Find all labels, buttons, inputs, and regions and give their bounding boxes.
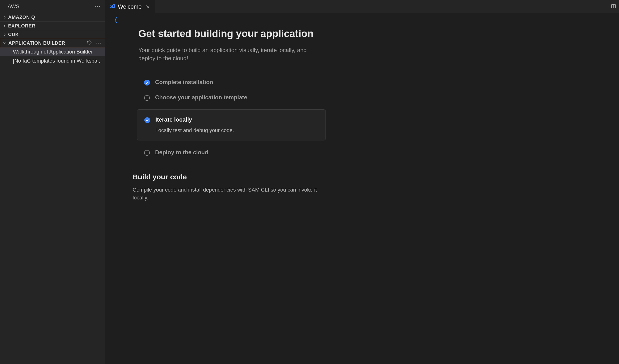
vscode-icon — [110, 3, 115, 10]
step-title: Choose your application template — [155, 94, 247, 101]
more-icon[interactable]: ··· — [96, 40, 102, 46]
check-icon — [144, 80, 150, 85]
sidebar-title: AWS — [8, 3, 19, 10]
page-subtitle: Your quick guide to build an application… — [138, 46, 319, 62]
sidebar-header: AWS ··· — [0, 0, 105, 13]
section-label: AMAZON Q — [8, 14, 105, 20]
subsection-text: Compile your code and install dependenci… — [133, 186, 319, 202]
chevron-right-icon — [3, 16, 6, 19]
sidebar-section-cdk[interactable]: CDK — [0, 30, 105, 39]
step-deploy-cloud[interactable]: Deploy to the cloud — [144, 149, 319, 156]
tab-bar: Welcome — [105, 0, 619, 13]
tree-item-label: Walkthrough of Application Builder — [13, 49, 93, 55]
tree-item-no-templates[interactable]: [No IaC templates found in Workspa... — [0, 56, 105, 66]
step-title: Complete installation — [155, 79, 213, 85]
back-button[interactable] — [112, 17, 612, 25]
sidebar-more-icon[interactable]: ··· — [95, 3, 101, 10]
tab-title: Welcome — [118, 3, 142, 10]
section-label: CDK — [8, 32, 105, 37]
chevron-down-icon — [3, 41, 6, 45]
step-title: Deploy to the cloud — [155, 149, 208, 156]
section-label: APPLICATION BUILDER — [8, 40, 85, 46]
refresh-icon[interactable] — [87, 40, 92, 46]
page-title: Get started building your application — [138, 28, 319, 40]
main-editor: Welcome Get started building your applic… — [105, 0, 619, 364]
tree-item-walkthrough[interactable]: Walkthrough of Application Builder — [0, 47, 105, 56]
tab-actions-right — [611, 4, 619, 10]
chevron-right-icon — [3, 33, 6, 36]
step-choose-template[interactable]: Choose your application template — [144, 94, 319, 101]
step-description: Locally test and debug your code. — [155, 127, 234, 134]
section-label: EXPLORER — [8, 23, 105, 29]
circle-icon — [144, 150, 150, 156]
sidebar-section-application-builder[interactable]: APPLICATION BUILDER ··· — [0, 39, 105, 47]
step-title: Iterate locally — [155, 116, 234, 123]
walkthrough-steps: Complete installation Choose your applic… — [138, 79, 319, 156]
tab-welcome[interactable]: Welcome — [105, 0, 155, 13]
tree-item-label: [No IaC templates found in Workspa... — [13, 58, 102, 64]
sidebar: AWS ··· AMAZON Q EXPLORER CDK APPLICATIO… — [0, 0, 105, 364]
sidebar-section-amazon-q[interactable]: AMAZON Q — [0, 13, 105, 22]
step-iterate-locally[interactable]: Iterate locally Locally test and debug y… — [137, 109, 326, 140]
check-icon — [144, 117, 150, 123]
chevron-right-icon — [3, 24, 6, 28]
circle-icon — [144, 95, 150, 101]
split-editor-icon[interactable] — [611, 4, 616, 10]
sidebar-section-explorer[interactable]: EXPLORER — [0, 22, 105, 30]
step-complete-installation[interactable]: Complete installation — [144, 79, 319, 85]
subsection-heading: Build your code — [133, 173, 319, 181]
close-icon[interactable] — [146, 4, 150, 9]
welcome-content: Get started building your application Yo… — [105, 13, 619, 364]
